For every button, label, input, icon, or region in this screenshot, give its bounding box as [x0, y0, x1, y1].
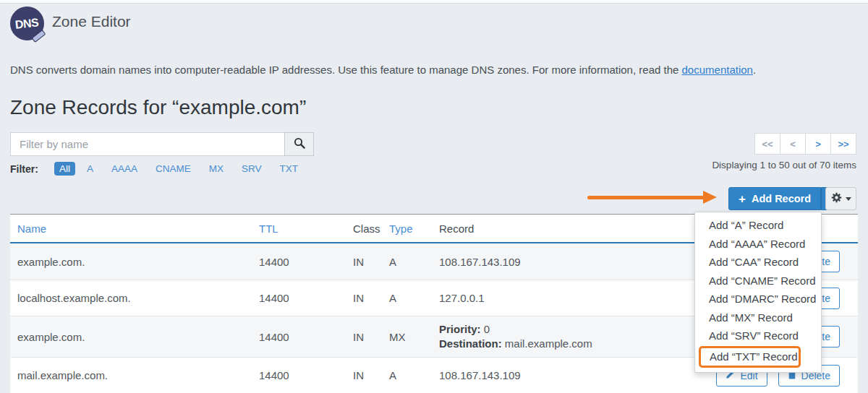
- filter-txt-link[interactable]: TXT: [279, 163, 298, 174]
- documentation-link[interactable]: documentation: [682, 64, 753, 76]
- dns-logo-text: DNS: [15, 16, 40, 31]
- page-title: Zone Records for “example.com”: [10, 96, 306, 119]
- record-type: A: [389, 292, 439, 304]
- filter-cname-link[interactable]: CNAME: [156, 163, 191, 174]
- menu-item-add-dmarc-record[interactable]: Add “DMARC” Record: [695, 290, 821, 308]
- menu-item-add-cname-record[interactable]: Add “CNAME” Record: [695, 272, 821, 290]
- record-name: localhost.example.com.: [10, 292, 259, 304]
- app-title: Zone Editor: [52, 13, 131, 30]
- page-prev-button[interactable]: <: [780, 133, 806, 155]
- record-priority-label: Priority:: [439, 323, 481, 335]
- filter-row: Filter: All A AAAA CNAME MX SRV TXT: [10, 162, 316, 176]
- menu-item-add-a-record[interactable]: Add “A” Record: [695, 216, 821, 235]
- intro-body: DNS converts domain names into computer-…: [10, 64, 682, 76]
- filter-a-link[interactable]: A: [87, 163, 93, 174]
- magnifier-icon: [294, 137, 305, 152]
- menu-item-add-caa-record[interactable]: Add “CAA” Record: [695, 253, 821, 272]
- add-record-dropdown-menu: Add “A” Record Add “AAAA” Record Add “CA…: [694, 212, 822, 373]
- chevron-down-icon: [846, 197, 851, 201]
- menu-item-add-txt-record[interactable]: Add “TXT” Record: [699, 346, 801, 368]
- add-record-split-button: + Add Record: [728, 187, 841, 210]
- filter-aaaa-link[interactable]: AAAA: [111, 163, 137, 174]
- intro-suffix: .: [753, 64, 756, 76]
- record-class: IN: [353, 292, 389, 304]
- column-header-type[interactable]: Type: [389, 223, 439, 235]
- record-type: A: [389, 256, 439, 268]
- filter-label: Filter:: [10, 163, 38, 175]
- record-destination-value: mail.example.com: [502, 337, 592, 350]
- page-next-button[interactable]: >: [805, 133, 831, 155]
- filter-by-name-input[interactable]: [10, 132, 284, 156]
- settings-button[interactable]: [825, 187, 856, 210]
- gear-icon: [831, 192, 842, 206]
- page-first-button[interactable]: <<: [754, 133, 780, 155]
- record-ttl: 14400: [259, 256, 353, 268]
- record-type: MX: [389, 331, 439, 343]
- record-name: example.com.: [10, 331, 259, 343]
- add-record-button[interactable]: + Add Record: [728, 187, 821, 210]
- record-type: A: [389, 369, 439, 381]
- add-record-label: Add Record: [752, 193, 811, 204]
- search-button[interactable]: [284, 132, 314, 156]
- pagination-status: Displaying 1 to 50 out of 70 items: [712, 160, 856, 170]
- pencil-icon: [32, 30, 46, 43]
- record-class: IN: [353, 369, 389, 381]
- annotation-arrow: [587, 196, 705, 199]
- top-strip: [0, 0, 868, 4]
- page-last-button[interactable]: >>: [830, 133, 856, 155]
- menu-item-add-aaaa-record[interactable]: Add “AAAA” Record: [695, 235, 821, 254]
- record-class: IN: [353, 256, 389, 268]
- filter-mx-link[interactable]: MX: [209, 163, 224, 174]
- annotation-arrow-head-icon: [703, 191, 717, 204]
- record-priority-value: 0: [481, 323, 490, 335]
- record-class: IN: [353, 331, 389, 343]
- intro-text: DNS converts domain names into computer-…: [10, 64, 858, 76]
- record-destination-label: Destination:: [439, 337, 502, 350]
- column-header-ttl[interactable]: TTL: [259, 223, 353, 235]
- column-header-name[interactable]: Name: [10, 223, 259, 235]
- menu-item-add-mx-record[interactable]: Add “MX” Record: [695, 308, 821, 327]
- filter-all-button[interactable]: All: [54, 162, 75, 176]
- dns-logo-icon: DNS: [10, 7, 44, 40]
- record-ttl: 14400: [259, 331, 353, 343]
- filter-srv-link[interactable]: SRV: [242, 163, 262, 174]
- record-name: example.com.: [10, 256, 259, 268]
- menu-item-add-srv-record[interactable]: Add “SRV” Record: [695, 327, 821, 345]
- record-name: mail.example.com.: [10, 369, 259, 381]
- column-header-class: Class: [353, 223, 389, 235]
- record-ttl: 14400: [259, 369, 353, 381]
- pagination: << < > >>: [755, 133, 856, 155]
- zone-editor-page: DNS Zone Editor DNS converts domain name…: [0, 0, 868, 393]
- record-ttl: 14400: [259, 292, 353, 304]
- plus-icon: +: [739, 193, 746, 205]
